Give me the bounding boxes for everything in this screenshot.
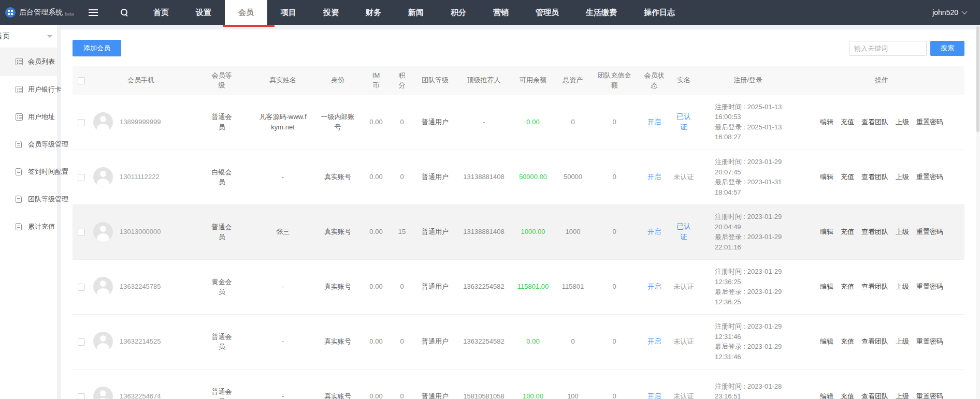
status-toggle-link[interactable]: 开启 xyxy=(647,173,661,181)
action-link-0[interactable]: 编辑 xyxy=(820,392,833,399)
member-level: 普通会员 xyxy=(209,332,235,352)
app-title: 后台管理系统 xyxy=(19,8,63,17)
content-card: 添加会员 搜索 会员手机会员等级真实姓名身份IM币积分团队等级顶级推荐人可用余额… xyxy=(61,29,976,399)
total-assets: 50000 xyxy=(564,173,582,181)
search-button[interactable]: 搜索 xyxy=(930,41,964,56)
action-link-0[interactable]: 编辑 xyxy=(820,173,833,181)
team-recharge: 0 xyxy=(612,173,616,181)
sidebar-item-1[interactable]: 用户银行卡 xyxy=(0,76,57,103)
collapse-menu-button[interactable] xyxy=(78,0,109,25)
row-actions: 编辑充值查看团队上级重置密码 xyxy=(799,259,964,314)
action-link-4[interactable]: 重置密码 xyxy=(916,228,943,235)
action-link-4[interactable]: 重置密码 xyxy=(916,283,943,290)
add-member-button[interactable]: 添加会员 xyxy=(73,40,121,56)
chevron-down-icon xyxy=(961,8,967,14)
action-link-3[interactable]: 上级 xyxy=(896,118,909,126)
col-checkbox xyxy=(73,66,90,95)
row-actions: 编辑充值查看团队上级重置密码 xyxy=(799,95,964,150)
available-balance: 50000.00 xyxy=(519,173,547,181)
total-assets: 0 xyxy=(571,118,574,126)
nav-tab-10[interactable]: 生活缴费 xyxy=(572,0,630,25)
nav-menu: 首页 设置 会员 项目 投资 财务 新闻 积分 营销 管理员 生活缴费 操作日志 xyxy=(140,0,688,25)
member-level: 白银会员 xyxy=(209,167,235,187)
action-link-1[interactable]: 充值 xyxy=(841,228,854,235)
nav-tab-4[interactable]: 投资 xyxy=(310,0,352,25)
scrollbar-thumb[interactable] xyxy=(976,26,979,132)
row-checkbox[interactable] xyxy=(78,338,85,346)
available-balance: 115801.00 xyxy=(517,283,549,290)
nav-tab-5[interactable]: 财务 xyxy=(352,0,395,25)
nav-tab-6[interactable]: 新闻 xyxy=(395,0,437,25)
action-link-4[interactable]: 重置密码 xyxy=(916,337,943,345)
row-checkbox[interactable] xyxy=(78,174,85,181)
nav-tab-8[interactable]: 营销 xyxy=(480,0,522,25)
col-header-15: 操作 xyxy=(799,66,964,95)
action-link-3[interactable]: 上级 xyxy=(896,173,909,181)
nav-tab-7[interactable]: 积分 xyxy=(437,0,480,25)
member-avatar xyxy=(93,112,113,132)
sidebar-item-0[interactable]: 会员列表 xyxy=(0,48,57,76)
nav-tab-11[interactable]: 操作日志 xyxy=(630,0,688,25)
status-toggle-link[interactable]: 开启 xyxy=(647,118,661,126)
nav-search-button[interactable] xyxy=(109,0,140,25)
row-checkbox[interactable] xyxy=(78,119,85,126)
action-link-4[interactable]: 重置密码 xyxy=(916,173,943,181)
col-header-2: 会员等级 xyxy=(192,66,252,95)
nav-tab-9[interactable]: 管理员 xyxy=(522,0,572,25)
keyword-search-input[interactable] xyxy=(849,41,927,56)
col-header-13: 实名 xyxy=(670,66,697,95)
action-link-3[interactable]: 上级 xyxy=(896,337,909,345)
action-link-2[interactable]: 查看团队 xyxy=(861,392,888,399)
action-link-3[interactable]: 上级 xyxy=(896,228,909,235)
nav-tab-3[interactable]: 项目 xyxy=(267,0,310,25)
action-link-4[interactable]: 重置密码 xyxy=(916,118,943,126)
action-link-2[interactable]: 查看团队 xyxy=(861,337,888,345)
action-link-0[interactable]: 编辑 xyxy=(820,118,833,126)
sidebar-group-home[interactable]: 首页 xyxy=(0,25,57,48)
status-toggle-link[interactable]: 开启 xyxy=(647,283,661,290)
action-link-0[interactable]: 编辑 xyxy=(820,283,833,290)
user-menu[interactable]: john520 xyxy=(932,8,980,17)
nav-tab-1[interactable]: 设置 xyxy=(182,0,225,25)
register-login-times: 注册时间 : 2023-01-29 20:07:45 最后登录 : 2023-0… xyxy=(697,150,799,204)
status-toggle-link[interactable]: 开启 xyxy=(647,228,661,235)
action-link-0[interactable]: 编辑 xyxy=(820,337,833,345)
status-toggle-link[interactable]: 开启 xyxy=(647,337,661,345)
action-link-1[interactable]: 充值 xyxy=(841,173,854,181)
team-level: 普通用户 xyxy=(422,282,449,292)
member-phone: 13632245785 xyxy=(120,282,161,292)
member-avatar xyxy=(93,332,113,351)
action-link-1[interactable]: 充值 xyxy=(841,392,854,399)
sidebar-item-5[interactable]: 团队等级管理 xyxy=(0,185,57,213)
action-link-4[interactable]: 重置密码 xyxy=(916,392,943,399)
action-link-1[interactable]: 充值 xyxy=(841,118,854,126)
action-link-0[interactable]: 编辑 xyxy=(820,228,833,235)
member-level: 普通会员 xyxy=(209,222,235,242)
row-checkbox[interactable] xyxy=(78,229,85,236)
action-link-3[interactable]: 上级 xyxy=(896,283,909,290)
member-level: 黄金会员 xyxy=(209,277,235,297)
member-avatar xyxy=(93,167,113,187)
action-link-2[interactable]: 查看团队 xyxy=(861,173,888,181)
action-link-1[interactable]: 充值 xyxy=(841,283,854,290)
row-checkbox[interactable] xyxy=(78,393,85,399)
sidebar-item-3[interactable]: 会员等级管理 xyxy=(0,130,57,158)
member-row: 13899999999 普通会员 凡客源码-www.fkym.net 一级内部账… xyxy=(73,95,964,150)
col-header-3: 真实姓名 xyxy=(252,66,314,95)
action-link-2[interactable]: 查看团队 xyxy=(861,228,888,235)
nav-tab-2[interactable]: 会员 xyxy=(225,0,267,25)
nav-tab-0[interactable]: 首页 xyxy=(140,0,182,25)
col-header-7: 团队等级 xyxy=(413,66,457,95)
verification-badge: 未认证 xyxy=(674,283,694,290)
action-link-3[interactable]: 上级 xyxy=(896,392,909,399)
sidebar-item-6[interactable]: 累计充值 xyxy=(0,213,57,240)
row-checkbox[interactable] xyxy=(78,284,85,291)
app-brand: 后台管理系统 beta xyxy=(0,7,78,18)
action-link-2[interactable]: 查看团队 xyxy=(861,283,888,290)
sidebar-item-2[interactable]: 用户地址 xyxy=(0,103,57,130)
sidebar-item-4[interactable]: 签到时间配置 xyxy=(0,158,57,185)
select-all-checkbox[interactable] xyxy=(78,77,85,84)
status-toggle-link[interactable]: 开启 xyxy=(647,392,661,399)
action-link-1[interactable]: 充值 xyxy=(841,337,854,345)
action-link-2[interactable]: 查看团队 xyxy=(861,118,888,126)
